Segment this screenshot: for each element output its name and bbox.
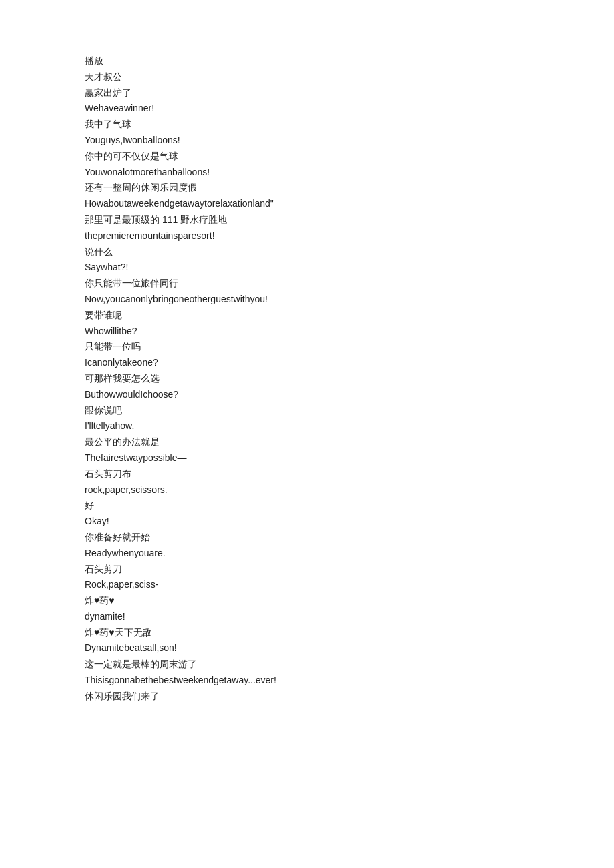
transcript-line-28: 好: [85, 498, 529, 514]
transcript-line-16: 要带谁呢: [85, 308, 529, 324]
transcript-line-25: Thefairestwaypossible—: [85, 450, 529, 466]
transcript-line-34: 炸♥药♥: [85, 593, 529, 609]
transcript-line-3: Wehaveawinner!: [85, 101, 529, 117]
transcript-line-31: Readywhenyouare.: [85, 546, 529, 562]
transcript-line-26: 石头剪刀布: [85, 466, 529, 482]
transcript-line-40: 休闲乐园我们来了: [85, 689, 529, 705]
transcript-line-35: dynamite!: [85, 609, 529, 625]
transcript-line-18: 只能带一位吗: [85, 339, 529, 355]
transcript-line-2: 赢家出炉了: [85, 85, 529, 101]
transcript-content: 播放天才叔公赢家出炉了Wehaveawinner!我中了气球Youguys,Iw…: [85, 53, 529, 705]
transcript-line-11: thepremieremountainsparesort!: [85, 228, 529, 244]
transcript-line-7: Youwonalotmorethanballoons!: [85, 165, 529, 181]
transcript-line-20: 可那样我要怎么选: [85, 371, 529, 387]
transcript-line-32: 石头剪刀: [85, 562, 529, 578]
transcript-line-21: ButhowwouldIchoose?: [85, 387, 529, 403]
transcript-line-39: Thisisgonnabethebestweekendgetaway...eve…: [85, 673, 529, 689]
transcript-line-5: Youguys,Iwonballoons!: [85, 133, 529, 149]
transcript-line-24: 最公平的办法就是: [85, 434, 529, 450]
transcript-line-1: 天才叔公: [85, 69, 529, 85]
transcript-line-33: Rock,paper,sciss-: [85, 577, 529, 593]
transcript-line-27: rock,paper,scissors.: [85, 482, 529, 498]
transcript-line-10: 那里可是最顶级的 111 野水疗胜地: [85, 212, 529, 228]
transcript-line-8: 还有一整周的休闲乐园度假: [85, 180, 529, 196]
transcript-line-17: Whowillitbe?: [85, 324, 529, 340]
transcript-line-0: 播放: [85, 53, 529, 69]
transcript-line-23: I'lltellyahow.: [85, 418, 529, 434]
transcript-line-14: 你只能带一位旅伴同行: [85, 276, 529, 292]
transcript-line-38: 这一定就是最棒的周末游了: [85, 657, 529, 673]
transcript-line-4: 我中了气球: [85, 117, 529, 133]
transcript-line-12: 说什么: [85, 244, 529, 260]
transcript-line-15: Now,youcanonlybringoneotherguestwithyou!: [85, 292, 529, 308]
transcript-line-9: Howaboutaweekendgetawaytorelaxationland": [85, 196, 529, 212]
transcript-line-36: 炸♥药♥天下无敌: [85, 625, 529, 641]
transcript-line-19: Icanonlytakeone?: [85, 355, 529, 371]
transcript-line-22: 跟你说吧: [85, 403, 529, 419]
transcript-line-13: Saywhat?!: [85, 260, 529, 276]
transcript-line-6: 你中的可不仅仅是气球: [85, 149, 529, 165]
transcript-line-29: Okay!: [85, 514, 529, 530]
transcript-line-37: Dynamitebeatsall,son!: [85, 640, 529, 657]
transcript-line-30: 你准备好就开始: [85, 530, 529, 546]
